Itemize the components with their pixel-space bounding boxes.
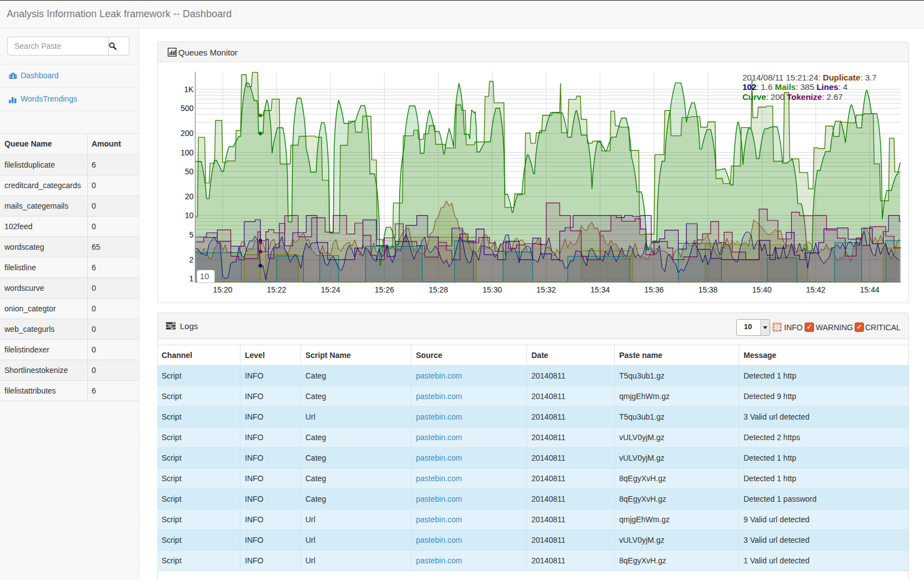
svg-text:20: 20 [185, 192, 194, 201]
svg-text:15:44: 15:44 [860, 285, 880, 294]
svg-text:10: 10 [185, 211, 194, 220]
svg-text:15:34: 15:34 [590, 285, 610, 294]
svg-text:15:38: 15:38 [698, 285, 717, 294]
svg-text:2: 2 [189, 255, 194, 264]
svg-text:15:24: 15:24 [321, 285, 340, 294]
svg-text:15:22: 15:22 [267, 285, 287, 294]
svg-text:1: 1 [189, 274, 194, 283]
svg-text:15:36: 15:36 [644, 285, 664, 294]
svg-text:5: 5 [189, 230, 194, 239]
svg-text:50: 50 [185, 167, 194, 176]
svg-text:15:32: 15:32 [536, 285, 556, 294]
svg-text:15:30: 15:30 [483, 285, 502, 294]
svg-text:15:28: 15:28 [429, 285, 448, 294]
svg-text:100: 100 [180, 148, 194, 157]
svg-text:15:40: 15:40 [752, 285, 771, 294]
svg-text:15:42: 15:42 [806, 285, 826, 294]
svg-text:15:26: 15:26 [375, 285, 394, 294]
svg-text:1K: 1K [184, 85, 194, 94]
svg-text:200: 200 [180, 129, 194, 138]
svg-text:15:20: 15:20 [213, 285, 232, 294]
svg-text:500: 500 [180, 104, 194, 113]
